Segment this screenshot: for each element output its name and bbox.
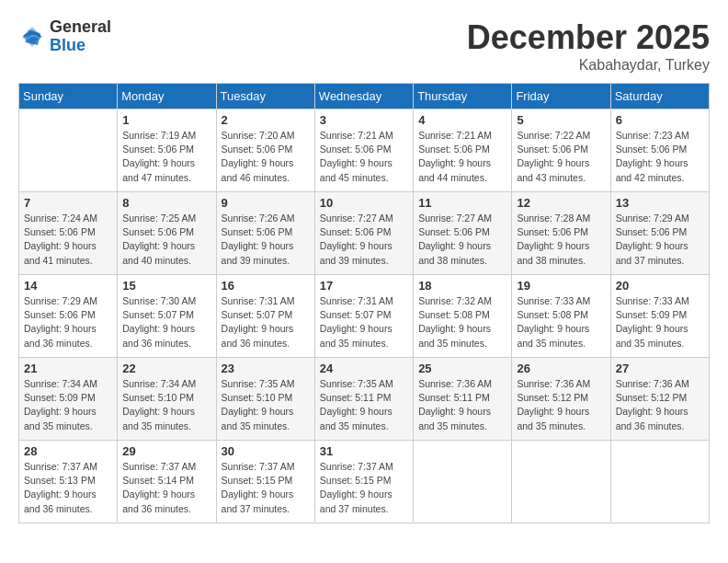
day-info: Sunrise: 7:34 AM Sunset: 5:09 PM Dayligh… (24, 377, 112, 433)
day-info: Sunrise: 7:27 AM Sunset: 5:06 PM Dayligh… (320, 212, 408, 268)
weekday-header-thursday: Thursday (414, 84, 512, 109)
calendar-cell (512, 441, 610, 523)
day-info: Sunrise: 7:32 AM Sunset: 5:08 PM Dayligh… (418, 294, 506, 350)
day-info: Sunrise: 7:37 AM Sunset: 5:13 PM Dayligh… (24, 460, 112, 516)
calendar-cell: 7Sunrise: 7:24 AM Sunset: 5:06 PM Daylig… (19, 192, 118, 275)
day-number: 2 (222, 113, 310, 127)
month-title: December 2025 (467, 18, 710, 57)
calendar-week-row: 28Sunrise: 7:37 AM Sunset: 5:13 PM Dayli… (19, 441, 710, 523)
calendar-cell: 2Sunrise: 7:20 AM Sunset: 5:06 PM Daylig… (216, 109, 314, 192)
day-number: 26 (517, 362, 605, 375)
calendar-cell: 10Sunrise: 7:27 AM Sunset: 5:06 PM Dayli… (314, 192, 413, 275)
day-number: 9 (222, 196, 310, 210)
calendar-cell: 9Sunrise: 7:26 AM Sunset: 5:06 PM Daylig… (216, 192, 314, 275)
calendar-cell: 22Sunrise: 7:34 AM Sunset: 5:10 PM Dayli… (118, 358, 216, 441)
calendar-cell: 20Sunrise: 7:33 AM Sunset: 5:09 PM Dayli… (610, 275, 709, 358)
day-info: Sunrise: 7:22 AM Sunset: 5:06 PM Dayligh… (517, 129, 605, 185)
day-number: 28 (24, 444, 112, 458)
day-info: Sunrise: 7:28 AM Sunset: 5:06 PM Dayligh… (517, 212, 605, 268)
day-number: 30 (222, 444, 310, 458)
weekday-header-saturday: Saturday (610, 84, 709, 109)
logo-general-text: General (50, 17, 111, 36)
day-info: Sunrise: 7:35 AM Sunset: 5:11 PM Dayligh… (320, 377, 408, 433)
calendar-cell: 17Sunrise: 7:31 AM Sunset: 5:07 PM Dayli… (314, 275, 413, 358)
day-number: 15 (122, 279, 210, 293)
calendar-cell: 19Sunrise: 7:33 AM Sunset: 5:08 PM Dayli… (512, 275, 610, 358)
day-number: 11 (418, 196, 506, 210)
day-info: Sunrise: 7:20 AM Sunset: 5:06 PM Dayligh… (222, 129, 310, 185)
day-number: 7 (24, 196, 112, 210)
day-number: 17 (320, 279, 408, 293)
weekday-header-wednesday: Wednesday (314, 84, 413, 109)
weekday-header-friday: Friday (512, 84, 610, 109)
day-info: Sunrise: 7:36 AM Sunset: 5:12 PM Dayligh… (517, 377, 605, 433)
calendar-cell: 14Sunrise: 7:29 AM Sunset: 5:06 PM Dayli… (19, 275, 118, 358)
day-number: 27 (616, 362, 704, 375)
calendar-cell (610, 441, 709, 523)
calendar-week-row: 21Sunrise: 7:34 AM Sunset: 5:09 PM Dayli… (19, 358, 710, 441)
day-info: Sunrise: 7:25 AM Sunset: 5:06 PM Dayligh… (122, 212, 210, 268)
day-info: Sunrise: 7:31 AM Sunset: 5:07 PM Dayligh… (320, 294, 408, 350)
day-number: 1 (122, 113, 210, 127)
calendar-cell: 5Sunrise: 7:22 AM Sunset: 5:06 PM Daylig… (512, 109, 610, 192)
day-number: 18 (418, 279, 506, 293)
calendar-cell: 30Sunrise: 7:37 AM Sunset: 5:15 PM Dayli… (216, 441, 314, 523)
day-number: 16 (222, 279, 310, 293)
calendar-cell: 13Sunrise: 7:29 AM Sunset: 5:06 PM Dayli… (610, 192, 709, 275)
logo: General Blue (18, 18, 111, 55)
day-info: Sunrise: 7:37 AM Sunset: 5:15 PM Dayligh… (320, 460, 408, 516)
logo-blue-text: Blue (50, 36, 85, 54)
day-info: Sunrise: 7:33 AM Sunset: 5:08 PM Dayligh… (517, 294, 605, 350)
calendar-cell: 3Sunrise: 7:21 AM Sunset: 5:06 PM Daylig… (314, 109, 413, 192)
day-number: 3 (320, 113, 408, 127)
day-number: 5 (517, 113, 605, 127)
day-info: Sunrise: 7:31 AM Sunset: 5:07 PM Dayligh… (222, 294, 310, 350)
day-info: Sunrise: 7:24 AM Sunset: 5:06 PM Dayligh… (24, 212, 112, 268)
day-info: Sunrise: 7:36 AM Sunset: 5:11 PM Dayligh… (418, 377, 506, 433)
day-number: 13 (616, 196, 704, 210)
day-number: 20 (616, 279, 704, 293)
day-info: Sunrise: 7:26 AM Sunset: 5:06 PM Dayligh… (222, 212, 310, 268)
day-number: 31 (320, 444, 408, 458)
calendar-cell: 15Sunrise: 7:30 AM Sunset: 5:07 PM Dayli… (118, 275, 216, 358)
calendar-cell (19, 109, 118, 192)
day-info: Sunrise: 7:34 AM Sunset: 5:10 PM Dayligh… (122, 377, 210, 433)
calendar-cell (414, 441, 512, 523)
calendar-week-row: 1Sunrise: 7:19 AM Sunset: 5:06 PM Daylig… (19, 109, 710, 192)
day-info: Sunrise: 7:37 AM Sunset: 5:15 PM Dayligh… (222, 460, 310, 516)
calendar-cell: 6Sunrise: 7:23 AM Sunset: 5:06 PM Daylig… (610, 109, 709, 192)
day-info: Sunrise: 7:21 AM Sunset: 5:06 PM Dayligh… (418, 129, 506, 185)
day-info: Sunrise: 7:19 AM Sunset: 5:06 PM Dayligh… (122, 129, 210, 185)
day-number: 24 (320, 362, 408, 375)
calendar-cell: 29Sunrise: 7:37 AM Sunset: 5:14 PM Dayli… (118, 441, 216, 523)
calendar-cell: 16Sunrise: 7:31 AM Sunset: 5:07 PM Dayli… (216, 275, 314, 358)
day-number: 21 (24, 362, 112, 375)
logo-icon (18, 23, 46, 51)
day-number: 25 (418, 362, 506, 375)
day-info: Sunrise: 7:29 AM Sunset: 5:06 PM Dayligh… (616, 212, 704, 268)
day-number: 14 (24, 279, 112, 293)
calendar-cell: 21Sunrise: 7:34 AM Sunset: 5:09 PM Dayli… (19, 358, 118, 441)
day-info: Sunrise: 7:21 AM Sunset: 5:06 PM Dayligh… (320, 129, 408, 185)
calendar-cell: 18Sunrise: 7:32 AM Sunset: 5:08 PM Dayli… (414, 275, 512, 358)
weekday-header-row: SundayMondayTuesdayWednesdayThursdayFrid… (19, 84, 710, 109)
calendar-week-row: 7Sunrise: 7:24 AM Sunset: 5:06 PM Daylig… (19, 192, 710, 275)
calendar-cell: 1Sunrise: 7:19 AM Sunset: 5:06 PM Daylig… (118, 109, 216, 192)
calendar-cell: 27Sunrise: 7:36 AM Sunset: 5:12 PM Dayli… (610, 358, 709, 441)
day-info: Sunrise: 7:23 AM Sunset: 5:06 PM Dayligh… (616, 129, 704, 185)
day-info: Sunrise: 7:27 AM Sunset: 5:06 PM Dayligh… (418, 212, 506, 268)
day-info: Sunrise: 7:33 AM Sunset: 5:09 PM Dayligh… (616, 294, 704, 350)
calendar-cell: 25Sunrise: 7:36 AM Sunset: 5:11 PM Dayli… (414, 358, 512, 441)
day-number: 8 (122, 196, 210, 210)
day-number: 23 (222, 362, 310, 375)
calendar-cell: 4Sunrise: 7:21 AM Sunset: 5:06 PM Daylig… (414, 109, 512, 192)
weekday-header-sunday: Sunday (19, 84, 118, 109)
calendar-cell: 8Sunrise: 7:25 AM Sunset: 5:06 PM Daylig… (118, 192, 216, 275)
day-info: Sunrise: 7:37 AM Sunset: 5:14 PM Dayligh… (122, 460, 210, 516)
calendar-cell: 24Sunrise: 7:35 AM Sunset: 5:11 PM Dayli… (314, 358, 413, 441)
calendar-cell: 12Sunrise: 7:28 AM Sunset: 5:06 PM Dayli… (512, 192, 610, 275)
day-info: Sunrise: 7:35 AM Sunset: 5:10 PM Dayligh… (222, 377, 310, 433)
calendar-table: SundayMondayTuesdayWednesdayThursdayFrid… (18, 83, 710, 523)
day-number: 12 (517, 196, 605, 210)
title-block: December 2025 Kabahaydar, Turkey (467, 18, 710, 74)
